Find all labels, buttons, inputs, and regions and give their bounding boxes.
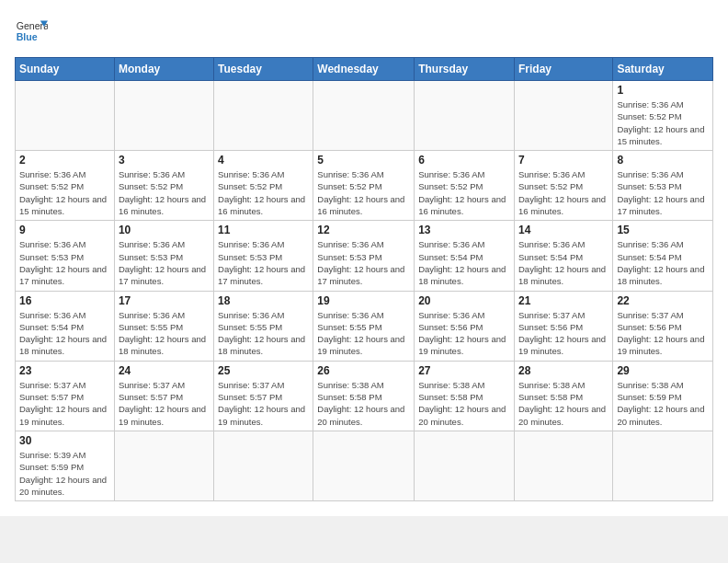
day-number: 25	[218, 364, 309, 377]
day-cell: 14Sunrise: 5:36 AM Sunset: 5:54 PM Dayli…	[514, 221, 612, 291]
day-cell	[214, 81, 313, 151]
day-info: Sunrise: 5:39 AM Sunset: 5:59 PM Dayligh…	[19, 449, 110, 498]
weekday-header-row: SundayMondayTuesdayWednesdayThursdayFrid…	[16, 58, 713, 81]
day-info: Sunrise: 5:36 AM Sunset: 5:56 PM Dayligh…	[418, 309, 510, 358]
day-number: 6	[418, 154, 510, 167]
week-row: 30Sunrise: 5:39 AM Sunset: 5:59 PM Dayli…	[16, 431, 713, 500]
svg-text:Blue: Blue	[17, 31, 38, 42]
day-cell: 3Sunrise: 5:36 AM Sunset: 5:52 PM Daylig…	[114, 151, 213, 221]
day-info: Sunrise: 5:36 AM Sunset: 5:54 PM Dayligh…	[19, 309, 110, 358]
day-cell: 4Sunrise: 5:36 AM Sunset: 5:52 PM Daylig…	[214, 151, 313, 221]
day-cell: 15Sunrise: 5:36 AM Sunset: 5:54 PM Dayli…	[613, 221, 713, 291]
day-cell: 21Sunrise: 5:37 AM Sunset: 5:56 PM Dayli…	[514, 291, 612, 361]
day-info: Sunrise: 5:36 AM Sunset: 5:52 PM Dayligh…	[218, 168, 309, 217]
day-info: Sunrise: 5:36 AM Sunset: 5:52 PM Dayligh…	[119, 168, 210, 217]
day-info: Sunrise: 5:38 AM Sunset: 5:59 PM Dayligh…	[617, 379, 709, 428]
day-info: Sunrise: 5:38 AM Sunset: 5:58 PM Dayligh…	[317, 379, 410, 428]
day-number: 30	[19, 434, 110, 447]
header: General Blue	[15, 15, 713, 48]
day-info: Sunrise: 5:36 AM Sunset: 5:53 PM Dayligh…	[19, 238, 110, 287]
day-number: 19	[317, 294, 410, 307]
day-number: 8	[617, 154, 709, 167]
day-cell	[16, 81, 115, 151]
day-cell	[214, 431, 313, 500]
day-cell: 11Sunrise: 5:36 AM Sunset: 5:53 PM Dayli…	[214, 221, 313, 291]
calendar-page: General Blue SundayMondayTuesdayWednesda…	[0, 0, 728, 516]
day-cell: 22Sunrise: 5:37 AM Sunset: 5:56 PM Dayli…	[613, 291, 713, 361]
weekday-header-cell: Monday	[114, 58, 213, 81]
day-cell	[415, 81, 515, 151]
day-number: 27	[418, 364, 510, 377]
day-number: 24	[119, 364, 210, 377]
day-info: Sunrise: 5:36 AM Sunset: 5:55 PM Dayligh…	[218, 309, 309, 358]
weekday-header-cell: Saturday	[613, 58, 713, 81]
day-number: 20	[418, 294, 510, 307]
day-number: 15	[617, 224, 709, 236]
day-cell: 1Sunrise: 5:36 AM Sunset: 5:52 PM Daylig…	[613, 81, 713, 151]
weekday-header-cell: Thursday	[415, 58, 515, 81]
day-number: 1	[617, 84, 709, 97]
day-number: 26	[317, 364, 410, 377]
day-number: 2	[19, 154, 110, 167]
week-row: 9Sunrise: 5:36 AM Sunset: 5:53 PM Daylig…	[16, 221, 713, 291]
day-cell	[613, 431, 713, 500]
day-info: Sunrise: 5:37 AM Sunset: 5:56 PM Dayligh…	[617, 309, 709, 358]
day-info: Sunrise: 5:36 AM Sunset: 5:54 PM Dayligh…	[518, 238, 609, 287]
day-info: Sunrise: 5:37 AM Sunset: 5:56 PM Dayligh…	[518, 309, 609, 358]
day-number: 7	[518, 154, 609, 167]
day-cell: 26Sunrise: 5:38 AM Sunset: 5:58 PM Dayli…	[313, 361, 415, 431]
day-cell: 10Sunrise: 5:36 AM Sunset: 5:53 PM Dayli…	[114, 221, 213, 291]
day-info: Sunrise: 5:36 AM Sunset: 5:53 PM Dayligh…	[317, 238, 410, 287]
day-cell	[313, 431, 415, 500]
day-cell	[415, 431, 515, 500]
week-row: 2Sunrise: 5:36 AM Sunset: 5:52 PM Daylig…	[16, 151, 713, 221]
day-number: 5	[317, 154, 410, 167]
day-cell: 29Sunrise: 5:38 AM Sunset: 5:59 PM Dayli…	[613, 361, 713, 431]
day-cell: 27Sunrise: 5:38 AM Sunset: 5:58 PM Dayli…	[415, 361, 515, 431]
day-info: Sunrise: 5:36 AM Sunset: 5:52 PM Dayligh…	[617, 98, 709, 147]
day-cell: 13Sunrise: 5:36 AM Sunset: 5:54 PM Dayli…	[415, 221, 515, 291]
day-info: Sunrise: 5:36 AM Sunset: 5:55 PM Dayligh…	[119, 309, 210, 358]
week-row: 23Sunrise: 5:37 AM Sunset: 5:57 PM Dayli…	[16, 361, 713, 431]
day-number: 29	[617, 364, 709, 377]
calendar-body: 1Sunrise: 5:36 AM Sunset: 5:52 PM Daylig…	[16, 81, 713, 501]
day-info: Sunrise: 5:36 AM Sunset: 5:55 PM Dayligh…	[317, 309, 410, 358]
day-info: Sunrise: 5:36 AM Sunset: 5:54 PM Dayligh…	[617, 238, 709, 287]
day-number: 13	[418, 224, 510, 236]
weekday-header-cell: Sunday	[16, 58, 115, 81]
week-row: 1Sunrise: 5:36 AM Sunset: 5:52 PM Daylig…	[16, 81, 713, 151]
logo: General Blue	[15, 15, 48, 48]
week-row: 16Sunrise: 5:36 AM Sunset: 5:54 PM Dayli…	[16, 291, 713, 361]
day-number: 14	[518, 224, 609, 236]
day-cell: 25Sunrise: 5:37 AM Sunset: 5:57 PM Dayli…	[214, 361, 313, 431]
day-number: 17	[119, 294, 210, 307]
day-cell: 24Sunrise: 5:37 AM Sunset: 5:57 PM Dayli…	[114, 361, 213, 431]
day-cell	[313, 81, 415, 151]
day-cell: 6Sunrise: 5:36 AM Sunset: 5:52 PM Daylig…	[415, 151, 515, 221]
day-info: Sunrise: 5:36 AM Sunset: 5:53 PM Dayligh…	[617, 168, 709, 217]
day-number: 16	[19, 294, 110, 307]
weekday-header-cell: Friday	[514, 58, 612, 81]
day-cell: 7Sunrise: 5:36 AM Sunset: 5:52 PM Daylig…	[514, 151, 612, 221]
day-number: 3	[119, 154, 210, 167]
weekday-header-cell: Wednesday	[313, 58, 415, 81]
day-info: Sunrise: 5:36 AM Sunset: 5:52 PM Dayligh…	[418, 168, 510, 217]
day-cell: 20Sunrise: 5:36 AM Sunset: 5:56 PM Dayli…	[415, 291, 515, 361]
day-number: 9	[19, 224, 110, 236]
day-info: Sunrise: 5:38 AM Sunset: 5:58 PM Dayligh…	[518, 379, 609, 428]
day-number: 18	[218, 294, 309, 307]
calendar-table: SundayMondayTuesdayWednesdayThursdayFrid…	[15, 57, 713, 501]
day-cell: 8Sunrise: 5:36 AM Sunset: 5:53 PM Daylig…	[613, 151, 713, 221]
day-number: 4	[218, 154, 309, 167]
day-info: Sunrise: 5:36 AM Sunset: 5:52 PM Dayligh…	[317, 168, 410, 217]
day-cell: 28Sunrise: 5:38 AM Sunset: 5:58 PM Dayli…	[514, 361, 612, 431]
day-info: Sunrise: 5:36 AM Sunset: 5:53 PM Dayligh…	[218, 238, 309, 287]
day-cell: 30Sunrise: 5:39 AM Sunset: 5:59 PM Dayli…	[16, 431, 115, 500]
day-cell	[514, 431, 612, 500]
day-cell	[114, 431, 213, 500]
day-cell: 18Sunrise: 5:36 AM Sunset: 5:55 PM Dayli…	[214, 291, 313, 361]
day-cell: 9Sunrise: 5:36 AM Sunset: 5:53 PM Daylig…	[16, 221, 115, 291]
day-number: 21	[518, 294, 609, 307]
day-cell: 12Sunrise: 5:36 AM Sunset: 5:53 PM Dayli…	[313, 221, 415, 291]
day-info: Sunrise: 5:38 AM Sunset: 5:58 PM Dayligh…	[418, 379, 510, 428]
